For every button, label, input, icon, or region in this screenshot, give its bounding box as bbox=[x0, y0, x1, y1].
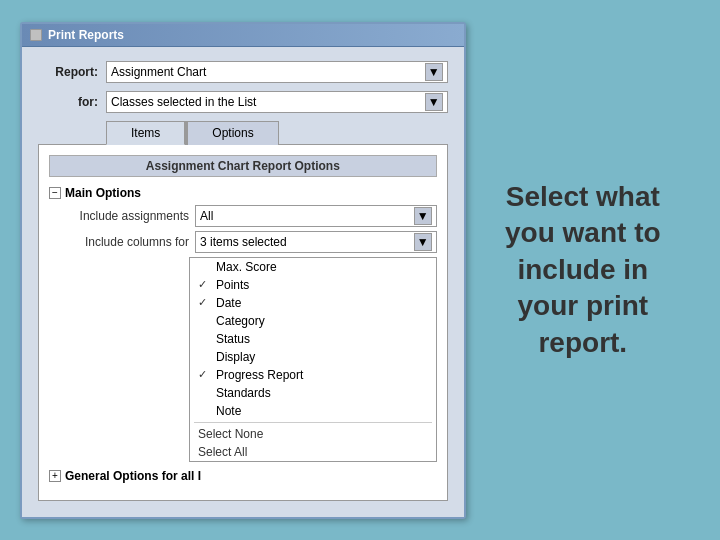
dropdown-separator bbox=[194, 422, 432, 423]
include-assignments-row: Include assignments All ▼ bbox=[69, 205, 437, 227]
dropdown-item-display[interactable]: Display bbox=[190, 348, 436, 366]
checkmark-progress: ✓ bbox=[198, 368, 212, 381]
include-columns-select[interactable]: 3 items selected ▼ bbox=[195, 231, 437, 253]
report-select[interactable]: Assignment Chart ▼ bbox=[106, 61, 448, 83]
dropdown-item-standards[interactable]: Standards bbox=[190, 384, 436, 402]
dropdown-item-status[interactable]: Status bbox=[190, 330, 436, 348]
checkmark-points: ✓ bbox=[198, 278, 212, 291]
main-options-row: − Main Options bbox=[49, 185, 437, 201]
report-label: Report: bbox=[38, 65, 98, 79]
general-options-toggle[interactable]: + bbox=[49, 470, 61, 482]
dropdown-item-maxscore[interactable]: Max. Score bbox=[190, 258, 436, 276]
include-assignments-label: Include assignments bbox=[69, 209, 189, 223]
dropdown-item-category[interactable]: Category bbox=[190, 312, 436, 330]
include-columns-row: Include columns for 3 items selected ▼ bbox=[69, 231, 437, 253]
content-panel: Assignment Chart Report Options − Main O… bbox=[38, 144, 448, 501]
general-options-row: + General Options for all I bbox=[49, 468, 437, 484]
window-body: Report: Assignment Chart ▼ for: Classes … bbox=[22, 47, 464, 517]
checkmark-display bbox=[198, 351, 212, 363]
dropdown-item-date[interactable]: ✓ Date bbox=[190, 294, 436, 312]
report-select-value: Assignment Chart bbox=[111, 65, 425, 79]
include-assignments-arrow[interactable]: ▼ bbox=[414, 207, 432, 225]
tabs-row: Items Options bbox=[106, 121, 448, 145]
columns-dropdown: Max. Score ✓ Points ✓ Date Category bbox=[189, 257, 437, 462]
include-assignments-select[interactable]: All ▼ bbox=[195, 205, 437, 227]
tab-options[interactable]: Options bbox=[187, 121, 278, 145]
for-row: for: Classes selected in the List ▼ bbox=[38, 91, 448, 113]
dropdown-item-progress[interactable]: ✓ Progress Report bbox=[190, 366, 436, 384]
print-reports-window: Print Reports Report: Assignment Chart ▼… bbox=[20, 22, 466, 519]
general-options-section: + General Options for all I bbox=[49, 468, 437, 484]
select-none-action[interactable]: Select None bbox=[190, 425, 436, 443]
left-panel: Print Reports Report: Assignment Chart ▼… bbox=[20, 22, 466, 519]
checkmark-standards bbox=[198, 387, 212, 399]
for-select[interactable]: Classes selected in the List ▼ bbox=[106, 91, 448, 113]
main-options-label: Main Options bbox=[65, 186, 141, 200]
window-icon bbox=[30, 29, 42, 41]
dropdown-item-points[interactable]: ✓ Points bbox=[190, 276, 436, 294]
general-options-label: General Options for all I bbox=[65, 469, 201, 483]
right-description: Select what you want to include in your … bbox=[466, 159, 700, 381]
content-panel-title: Assignment Chart Report Options bbox=[49, 155, 437, 177]
for-label: for: bbox=[38, 95, 98, 109]
include-columns-arrow[interactable]: ▼ bbox=[414, 233, 432, 251]
for-select-arrow[interactable]: ▼ bbox=[425, 93, 443, 111]
dropdown-item-note[interactable]: Note bbox=[190, 402, 436, 420]
main-options-section: − Main Options Include assignments All ▼… bbox=[49, 185, 437, 462]
checkmark-category bbox=[198, 315, 212, 327]
checkmark-date: ✓ bbox=[198, 296, 212, 309]
tab-items[interactable]: Items bbox=[106, 121, 185, 145]
checkmark-note bbox=[198, 405, 212, 417]
main-options-toggle[interactable]: − bbox=[49, 187, 61, 199]
for-select-value: Classes selected in the List bbox=[111, 95, 425, 109]
titlebar: Print Reports bbox=[22, 24, 464, 47]
window-title: Print Reports bbox=[48, 28, 124, 42]
select-all-action[interactable]: Select All bbox=[190, 443, 436, 461]
checkmark-maxscore bbox=[198, 261, 212, 273]
report-select-arrow[interactable]: ▼ bbox=[425, 63, 443, 81]
checkmark-status bbox=[198, 333, 212, 345]
report-row: Report: Assignment Chart ▼ bbox=[38, 61, 448, 83]
include-columns-label: Include columns for bbox=[69, 235, 189, 249]
